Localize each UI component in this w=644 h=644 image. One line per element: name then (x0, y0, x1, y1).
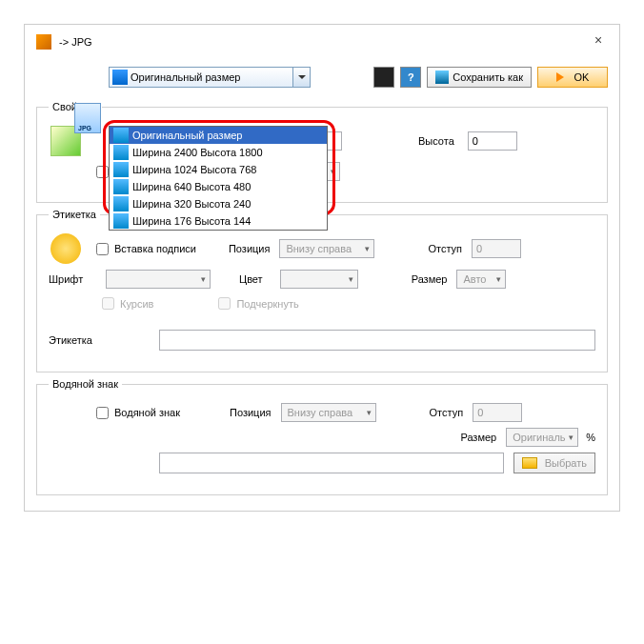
watermark-legend: Водяной знак (49, 378, 122, 390)
preset-icon (112, 70, 128, 85)
height-input[interactable] (468, 131, 517, 151)
font-label: Шрифт (49, 273, 106, 285)
close-button[interactable]: × (589, 32, 608, 51)
chevron-down-icon[interactable] (292, 68, 310, 87)
choose-label: Выбрать (545, 457, 587, 469)
caption-icon (50, 233, 81, 264)
offset-label: Отступ (428, 243, 462, 254)
dropdown-option[interactable]: Ширина 2400 Высота 1800 (110, 144, 327, 161)
size-preset-combo[interactable]: Оригинальный размер (109, 67, 311, 88)
font-combo[interactable] (106, 270, 211, 289)
save-as-label: Сохранить как (453, 71, 523, 83)
percent-label: % (586, 432, 595, 443)
label-legend: Этикетка (49, 209, 100, 220)
underline-label: Подчеркнуть (236, 298, 298, 310)
color-combo[interactable] (280, 270, 358, 289)
size-preset-dropdown[interactable]: Оригинальный размер Ширина 2400 Высота 1… (109, 126, 328, 231)
jpg-format-icon (74, 103, 101, 133)
label-group: Этикетка Вставка подписи Позиция Внизу с… (36, 209, 608, 372)
app-icon (36, 34, 51, 50)
underline-checkbox[interactable] (218, 297, 231, 310)
rotate-checkbox[interactable] (96, 166, 109, 178)
window-title: -> JPG (59, 36, 92, 48)
offset-input[interactable] (472, 239, 521, 258)
option-icon (113, 145, 129, 160)
help-button[interactable]: ? (400, 67, 421, 88)
height-label: Высота (418, 135, 454, 147)
console-button[interactable] (373, 67, 394, 88)
arrow-right-icon (556, 72, 569, 82)
ok-label: OK (574, 71, 590, 83)
dropdown-option[interactable]: Ширина 176 Высота 144 (110, 212, 327, 230)
wm-position-combo[interactable]: Внизу справа (281, 403, 376, 422)
option-icon (113, 128, 129, 143)
watermark-checkbox[interactable] (96, 407, 109, 419)
insert-caption-checkbox[interactable] (96, 243, 109, 255)
combo-selected-text: Оригинальный размер (131, 71, 240, 83)
choose-file-button[interactable]: Выбрать (513, 453, 595, 473)
size-label: Размер (412, 273, 448, 285)
ok-button[interactable]: OK (537, 67, 608, 88)
label-field-label: Этикетка (49, 334, 159, 346)
insert-caption-label: Вставка подписи (114, 243, 196, 254)
dropdown-option[interactable]: Ширина 320 Высота 240 (110, 195, 327, 212)
option-icon (113, 213, 129, 229)
position-label: Позиция (229, 243, 271, 254)
font-size-combo[interactable]: Авто (456, 270, 506, 289)
watermark-label: Водяной знак (114, 407, 180, 418)
color-label: Цвет (239, 273, 263, 285)
save-as-button[interactable]: Сохранить как (427, 67, 532, 88)
position-combo[interactable]: Внизу справа (279, 239, 374, 258)
option-icon (113, 196, 129, 211)
italic-checkbox[interactable] (102, 297, 114, 310)
watermark-group: Водяной знак Водяной знак Позиция Внизу … (36, 378, 608, 495)
dropdown-option[interactable]: Ширина 1024 Высота 768 (110, 161, 327, 178)
option-icon (113, 162, 129, 177)
titlebar: -> JPG × (25, 25, 619, 59)
folder-icon (522, 457, 537, 469)
wm-size-label: Размер (460, 432, 496, 443)
dialog-window: -> JPG × Оригинальный размер ? Сохранить… (24, 24, 620, 512)
disk-icon (435, 70, 449, 84)
wm-size-combo[interactable]: Оригиналь (506, 428, 578, 447)
wm-position-label: Позиция (230, 407, 272, 418)
dropdown-option[interactable]: Оригинальный размер (110, 127, 327, 144)
wm-offset-input[interactable] (473, 403, 522, 422)
label-text-input[interactable] (159, 330, 595, 351)
italic-label: Курсив (120, 298, 153, 310)
dropdown-option[interactable]: Ширина 640 Высота 480 (110, 178, 327, 195)
wm-path-input[interactable] (159, 453, 504, 473)
wm-offset-label: Отступ (430, 407, 464, 418)
option-icon (113, 179, 129, 194)
